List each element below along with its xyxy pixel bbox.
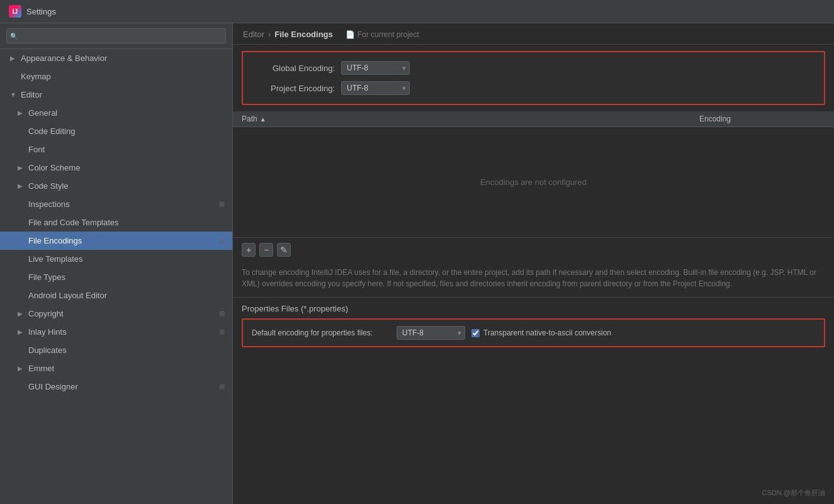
- sidebar-item-inspections[interactable]: Inspections⊞: [0, 195, 232, 213]
- title-bar: IJ Settings: [0, 0, 834, 23]
- copy-icon: ⊞: [219, 237, 225, 245]
- col-encoding-header: Encoding: [699, 115, 825, 123]
- sort-icon: ▲: [260, 116, 266, 123]
- chevron-icon: ▶: [18, 182, 25, 189]
- table-header: Path ▲ Encoding: [233, 111, 834, 127]
- sidebar-item-label: Live Templates: [28, 254, 225, 264]
- sidebar-item-label: Duplicates: [28, 345, 225, 355]
- sidebar-item-gui-designer[interactable]: GUI Designer⊞: [0, 378, 232, 396]
- copy-icon: ⊞: [219, 310, 225, 318]
- chevron-icon: ▶: [10, 55, 18, 62]
- table-actions: + − ✎: [233, 237, 834, 262]
- transparent-conversion-text: Transparent native-to-ascii conversion: [483, 328, 611, 337]
- project-encoding-label: Project Encoding:: [253, 84, 335, 93]
- sidebar-item-label: Inlay Hints: [28, 327, 216, 337]
- sidebar-item-label: Android Layout Editor: [28, 291, 225, 300]
- copy-icon: ⊞: [219, 383, 225, 391]
- project-encoding-row: Project Encoding: UTF-8UTF-16ISO-8859-1w…: [253, 81, 814, 95]
- sidebar-item-label: Code Style: [28, 181, 225, 191]
- project-encoding-select-wrap: UTF-8UTF-16ISO-8859-1windows-1251US-ASCI…: [341, 81, 410, 95]
- remove-encoding-button[interactable]: −: [259, 243, 273, 257]
- global-encoding-select[interactable]: UTF-8UTF-16ISO-8859-1windows-1251US-ASCI…: [341, 61, 410, 75]
- breadcrumb-editor: Editor: [243, 30, 264, 39]
- chevron-icon: ▶: [18, 365, 25, 372]
- properties-section: Properties Files (*.properties) Default …: [233, 298, 834, 352]
- breadcrumb-current: File Encodings: [274, 30, 332, 39]
- sidebar-item-file-types[interactable]: File Types: [0, 268, 232, 286]
- sidebar-item-label: Color Scheme: [28, 163, 225, 172]
- sidebar: ▶Appearance & BehaviorKeymap▼Editor▶Gene…: [0, 23, 233, 504]
- sidebar-item-font[interactable]: Font: [0, 140, 232, 159]
- search-input[interactable]: [6, 28, 226, 43]
- edit-encoding-button[interactable]: ✎: [277, 243, 291, 257]
- right-panel: Editor › File Encodings 📄 For current pr…: [233, 23, 834, 504]
- chevron-icon: ▶: [18, 109, 25, 116]
- sidebar-item-label: General: [28, 108, 225, 118]
- app-logo: IJ: [9, 5, 21, 18]
- sidebar-item-code-editing[interactable]: Code Editing: [0, 122, 232, 140]
- sidebar-item-label: Code Editing: [28, 126, 225, 136]
- chevron-icon: ▶: [18, 310, 25, 317]
- sidebar-item-inlay-hints[interactable]: ▶Inlay Hints⊞: [0, 323, 232, 341]
- sidebar-item-label: Appearance & Behavior: [21, 53, 225, 63]
- main-content: ▶Appearance & BehaviorKeymap▼Editor▶Gene…: [0, 23, 834, 504]
- sidebar-item-file-code-templates[interactable]: File and Code Templates: [0, 213, 232, 232]
- sidebar-item-appearance-behavior[interactable]: ▶Appearance & Behavior: [0, 49, 232, 67]
- breadcrumb: Editor › File Encodings 📄 For current pr…: [233, 23, 834, 45]
- project-encoding-select[interactable]: UTF-8UTF-16ISO-8859-1windows-1251US-ASCI…: [341, 81, 410, 95]
- copy-icon: ⊞: [219, 328, 225, 336]
- sidebar-item-label: File Types: [28, 272, 225, 282]
- sidebar-item-duplicates[interactable]: Duplicates: [0, 341, 232, 359]
- transparent-conversion-checkbox[interactable]: [471, 329, 480, 337]
- panel-body: Global Encoding: UTF-8UTF-16ISO-8859-1wi…: [233, 45, 834, 504]
- properties-encoding-select-wrap: UTF-8UTF-16ISO-8859-1windows-1251US-ASCI…: [397, 326, 465, 340]
- add-encoding-button[interactable]: +: [242, 243, 256, 257]
- sidebar-item-emmet[interactable]: ▶Emmet: [0, 359, 232, 378]
- properties-box: Default encoding for properties files: U…: [242, 318, 825, 347]
- sidebar-item-label: File Encodings: [28, 236, 216, 245]
- sidebar-item-live-templates[interactable]: Live Templates: [0, 250, 232, 268]
- properties-title: Properties Files (*.properties): [242, 304, 825, 313]
- watermark: CSDN @那个鱼肝油: [762, 488, 825, 498]
- title-bar-text: Settings: [26, 7, 56, 16]
- sidebar-item-label: GUI Designer: [28, 382, 216, 391]
- copy-icon: ⊞: [219, 200, 225, 208]
- properties-default-label: Default encoding for properties files:: [252, 328, 390, 337]
- sidebar-item-label: Emmet: [28, 364, 225, 373]
- transparent-conversion-label[interactable]: Transparent native-to-ascii conversion: [471, 328, 611, 337]
- sidebar-item-color-scheme[interactable]: ▶Color Scheme: [0, 159, 232, 177]
- encoding-top-section: Global Encoding: UTF-8UTF-16ISO-8859-1wi…: [242, 51, 825, 105]
- chevron-icon: ▶: [18, 328, 25, 335]
- sidebar-item-copyright[interactable]: ▶Copyright⊞: [0, 305, 232, 323]
- sidebar-item-label: File and Code Templates: [28, 218, 225, 227]
- sidebar-item-general[interactable]: ▶General: [0, 104, 232, 122]
- for-project-icon: 📄: [346, 30, 355, 39]
- sidebar-list: ▶Appearance & BehaviorKeymap▼Editor▶Gene…: [0, 49, 232, 504]
- sidebar-item-android-layout[interactable]: Android Layout Editor: [0, 286, 232, 305]
- sidebar-item-code-style[interactable]: ▶Code Style: [0, 177, 232, 195]
- info-text: To change encoding IntelliJ IDEA uses fo…: [233, 262, 834, 298]
- table-empty: Encodings are not configured: [233, 127, 834, 237]
- global-encoding-row: Global Encoding: UTF-8UTF-16ISO-8859-1wi…: [253, 61, 814, 75]
- chevron-icon: ▶: [18, 164, 25, 171]
- sidebar-item-label: Inspections: [28, 199, 216, 209]
- sidebar-search-area: [0, 23, 232, 49]
- col-path-header: Path ▲: [242, 115, 699, 123]
- global-encoding-select-wrap: UTF-8UTF-16ISO-8859-1windows-1251US-ASCI…: [341, 61, 410, 75]
- sidebar-item-editor[interactable]: ▼Editor: [0, 86, 232, 104]
- sidebar-item-keymap[interactable]: Keymap: [0, 67, 232, 86]
- breadcrumb-separator: ›: [268, 30, 271, 39]
- for-project-label: 📄 For current project: [346, 30, 419, 39]
- sidebar-item-label: Font: [28, 145, 225, 154]
- chevron-icon: ▼: [10, 91, 18, 98]
- sidebar-item-label: Editor: [21, 90, 225, 99]
- global-encoding-label: Global Encoding:: [253, 64, 335, 73]
- sidebar-item-label: Keymap: [21, 72, 225, 81]
- sidebar-item-file-encodings[interactable]: File Encodings⊞: [0, 232, 232, 250]
- properties-encoding-select[interactable]: UTF-8UTF-16ISO-8859-1windows-1251US-ASCI…: [397, 326, 465, 340]
- sidebar-item-label: Copyright: [28, 309, 216, 318]
